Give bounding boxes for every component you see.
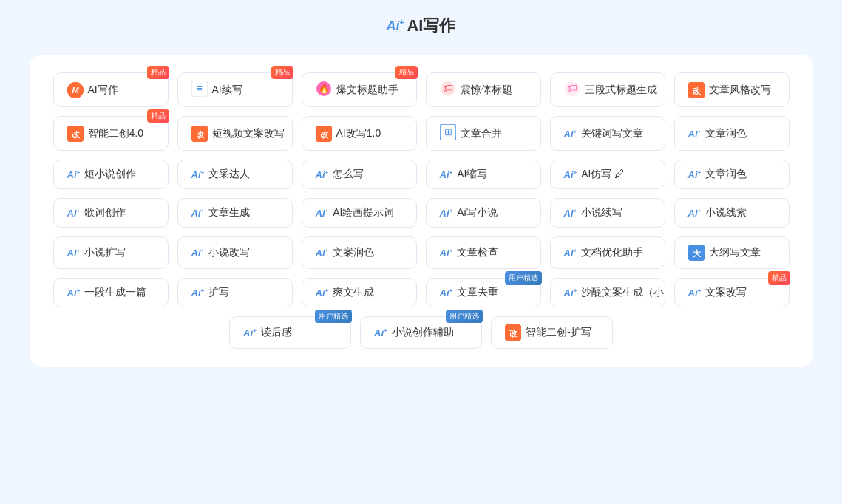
- card-label-novel-rewrite: 小说改写: [208, 246, 250, 259]
- card-one-para-generate[interactable]: Ai+一段生成一篇: [53, 278, 169, 307]
- card-novel-outline[interactable]: Ai+小说线索: [674, 198, 790, 228]
- card-label-novel-continue: 小说续写: [581, 206, 622, 219]
- svg-text:改: 改: [692, 86, 701, 95]
- ai-rewrite-1-icon: 改: [316, 126, 332, 142]
- card-expand-write[interactable]: Ai+扩写: [177, 278, 293, 307]
- card-label-one-para-generate: 一段生成一篇: [84, 286, 146, 299]
- ai-shorten-icon: Ai+: [440, 168, 453, 180]
- card-ai-paint-prompt[interactable]: Ai+AI绘画提示词: [302, 198, 417, 228]
- title-text: AI写作: [407, 15, 455, 37]
- novel-rewrite-icon: Ai+: [191, 247, 205, 259]
- card-label-smart-recreate-expand: 智能二创-扩写: [526, 326, 591, 339]
- card-writing-talent[interactable]: Ai+文采达人: [177, 160, 293, 189]
- svg-text:改: 改: [509, 329, 518, 338]
- article-merge-icon: ⊞: [440, 124, 456, 143]
- doc-optimize-icon: Ai+: [564, 247, 577, 259]
- card-ai-rewrite-1[interactable]: 改AI改写1.0: [302, 116, 417, 151]
- badge-copy-rewrite: 精品: [768, 271, 790, 285]
- card-label-short-novel-create: 短小说创作: [84, 168, 136, 181]
- card-label-ai-rewrite-1: AI改写1.0: [336, 127, 381, 140]
- card-headline-helper[interactable]: 精品🔥爆文标题助手: [302, 72, 417, 107]
- card-novel-rewrite[interactable]: Ai+小说改写: [177, 236, 293, 269]
- svg-text:大: 大: [691, 249, 701, 258]
- article-polish2-icon: Ai+: [688, 168, 702, 180]
- card-novel-expand[interactable]: Ai+小说扩写: [53, 236, 169, 269]
- article-style-rewrite-icon: 改: [688, 82, 705, 98]
- card-outline-write[interactable]: 大大纲写文章: [674, 236, 790, 269]
- card-label-article-style-rewrite: 文章风格改写: [709, 84, 771, 97]
- svg-text:改: 改: [195, 129, 204, 138]
- card-label-ai-continue: AI续写: [212, 84, 242, 97]
- card-article-merge[interactable]: ⊞文章合并: [426, 116, 541, 151]
- card-short-video-rewrite[interactable]: 改短视频文案改写: [177, 116, 293, 151]
- shocking-title-icon: 🏷: [440, 81, 456, 99]
- card-label-ai-shorten: AI缩写: [457, 168, 487, 181]
- short-video-rewrite-icon: 改: [191, 126, 208, 142]
- novel-create-assist-icon: Ai+: [374, 327, 387, 338]
- svg-text:改: 改: [319, 129, 328, 138]
- card-article-polish2[interactable]: Ai+文章润色: [674, 160, 790, 189]
- card-novel-create-assist[interactable]: 用户精选Ai+小说创作辅助: [360, 316, 482, 349]
- card-label-novel-create-assist: 小说创作辅助: [392, 326, 454, 339]
- card-label-article-check: 文章检查: [457, 246, 498, 259]
- novel-outline-icon: Ai+: [688, 207, 702, 219]
- card-ai-write[interactable]: 精品MAI写作: [53, 72, 169, 107]
- card-article-style-rewrite[interactable]: 改文章风格改写: [674, 72, 790, 107]
- card-reading-notes[interactable]: 用户精选Ai+读后感: [229, 316, 351, 349]
- card-ai-imitate[interactable]: Ai+AI仿写 🖊: [550, 160, 665, 189]
- copy-polish-icon: Ai+: [316, 247, 329, 259]
- card-keyword-write[interactable]: Ai+关键词写文章: [550, 116, 665, 151]
- page-title: Ai+ AI写作: [387, 15, 456, 37]
- card-novel-continue[interactable]: Ai+小说续写: [550, 198, 665, 228]
- card-label-article-merge: 文章合并: [461, 127, 502, 140]
- card-label-short-video-rewrite: 短视频文案改写: [212, 127, 285, 140]
- card-label-article-generate: 文章生成: [208, 206, 250, 219]
- card-smart-recreate-expand[interactable]: 改智能二创-扩写: [491, 316, 613, 349]
- card-short-novel-create[interactable]: Ai+短小说创作: [53, 160, 169, 189]
- card-ai-write-novel[interactable]: Ai+Ai写小说: [426, 198, 541, 228]
- card-smart-recreate-4[interactable]: 精品改智能二创4.0: [53, 116, 169, 151]
- card-shocking-title[interactable]: 🏷震惊体标题: [426, 72, 541, 107]
- card-label-outline-write: 大纲写文章: [709, 246, 761, 259]
- card-how-to-write[interactable]: Ai+怎么写: [302, 160, 417, 189]
- svg-text:🔥: 🔥: [318, 83, 329, 94]
- card-article-generate[interactable]: Ai+文章生成: [177, 198, 293, 228]
- card-row-5: Ai+一段生成一篇Ai+扩写Ai+爽文生成用户精选Ai+文章去重Ai+沙醍文案生…: [53, 278, 790, 307]
- card-three-para-title[interactable]: 🏷三段式标题生成: [550, 72, 665, 107]
- card-label-article-polish1: 文章润色: [705, 127, 747, 140]
- card-row-6: 用户精选Ai+读后感用户精选Ai+小说创作辅助改智能二创-扩写: [53, 316, 790, 349]
- card-label-ai-paint-prompt: AI绘画提示词: [333, 206, 394, 219]
- svg-text:≡: ≡: [197, 83, 203, 94]
- card-article-check[interactable]: Ai+文章检查: [426, 236, 541, 269]
- card-copy-rewrite[interactable]: 精品Ai+文案改写: [674, 278, 790, 307]
- card-label-headline-helper: 爆文标题助手: [336, 84, 398, 97]
- card-shahe-copy[interactable]: Ai+沙醍文案生成（小: [550, 278, 665, 307]
- novel-continue-icon: Ai+: [564, 207, 577, 219]
- card-label-ai-write-novel: Ai写小说: [457, 206, 497, 219]
- lyric-create-icon: Ai+: [67, 207, 81, 219]
- card-row-3: Ai+歌词创作Ai+文章生成Ai+AI绘画提示词Ai+Ai写小说Ai+小说续写A…: [53, 198, 790, 228]
- grid-container: 精品MAI写作精品≡AI续写精品🔥爆文标题助手🏷震惊体标题🏷三段式标题生成改文章…: [30, 55, 813, 367]
- card-row-2: Ai+短小说创作Ai+文采达人Ai+怎么写Ai+AI缩写Ai+AI仿写 🖊Ai+…: [53, 160, 790, 189]
- card-lyric-create[interactable]: Ai+歌词创作: [53, 198, 169, 228]
- svg-text:⊞: ⊞: [444, 126, 452, 137]
- svg-text:🏷: 🏷: [567, 82, 577, 94]
- ai-write-novel-icon: Ai+: [440, 207, 453, 219]
- badge-article-dedup: 用户精选: [505, 271, 542, 285]
- card-article-dedup[interactable]: 用户精选Ai+文章去重: [426, 278, 541, 307]
- card-doc-optimize[interactable]: Ai+文档优化助手: [550, 236, 665, 269]
- card-label-copy-polish: 文案润色: [333, 246, 374, 259]
- reading-notes-icon: Ai+: [243, 327, 257, 338]
- card-ai-shorten[interactable]: Ai+AI缩写: [426, 160, 541, 189]
- card-label-reading-notes: 读后感: [261, 326, 292, 339]
- card-ai-continue[interactable]: 精品≡AI续写: [177, 72, 293, 107]
- card-label-three-para-title: 三段式标题生成: [585, 84, 657, 97]
- three-para-title-icon: 🏷: [564, 81, 580, 99]
- card-label-smart-recreate-4: 智能二创4.0: [88, 127, 143, 140]
- card-cool-generate[interactable]: Ai+爽文生成: [302, 278, 417, 307]
- card-label-copy-rewrite: 文案改写: [705, 286, 747, 299]
- card-article-polish1[interactable]: Ai+文章润色: [674, 116, 790, 151]
- card-row-1: 精品改智能二创4.0改短视频文案改写改AI改写1.0⊞文章合并Ai+关键词写文章…: [53, 116, 790, 151]
- ai-write-icon: M: [67, 82, 84, 98]
- card-copy-polish[interactable]: Ai+文案润色: [302, 236, 417, 269]
